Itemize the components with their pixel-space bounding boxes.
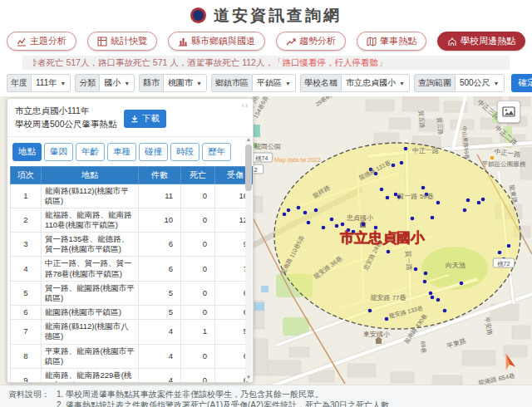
filter-select[interactable]: 500公尺▼ bbox=[455, 74, 505, 92]
accident-dot[interactable] bbox=[322, 226, 326, 230]
filter-select[interactable]: 平鎮區▼ bbox=[252, 74, 296, 92]
panel-tab[interactable]: 時段 bbox=[170, 143, 200, 161]
scroll-down-icon[interactable]: ▼ bbox=[245, 374, 252, 381]
map-label: 龍岡公園 bbox=[254, 143, 281, 150]
accident-dot[interactable] bbox=[335, 224, 339, 228]
panel-tab[interactable]: 肇因 bbox=[44, 143, 73, 161]
panel-tab[interactable]: 碰撞 bbox=[139, 143, 168, 161]
confirm-button[interactable]: 確定 bbox=[511, 74, 532, 92]
scroll-up-icon[interactable]: ▲ bbox=[245, 136, 252, 144]
accident-dot[interactable] bbox=[297, 206, 301, 210]
app-header: 道安資訊查詢網 bbox=[0, 0, 532, 26]
hotspot-row[interactable]: 8平東路、龍南路(桃園市平鎮區)406 bbox=[11, 344, 254, 368]
panel-scrollbar[interactable]: ▲ ▼ bbox=[245, 136, 252, 381]
map-label: 龍安路 77巷 bbox=[370, 294, 406, 302]
accident-dot[interactable] bbox=[443, 309, 447, 313]
nav-button-stats-table[interactable]: 統計快覽 bbox=[87, 32, 157, 51]
panel-resize-handle[interactable]: ‹› bbox=[242, 101, 249, 110]
note-line: 2. 肇事熱點統計表之件數係指警政署死亡(A1)及受傷(A2)案件統計，死亡為3… bbox=[57, 400, 397, 407]
compass-icon[interactable] bbox=[500, 351, 518, 376]
accident-dot[interactable] bbox=[283, 213, 287, 217]
accident-dot[interactable] bbox=[362, 223, 366, 227]
accident-dot[interactable] bbox=[429, 292, 433, 296]
accident-dot[interactable] bbox=[387, 250, 391, 254]
accident-dot[interactable] bbox=[330, 218, 334, 222]
accident-dot[interactable] bbox=[385, 317, 389, 321]
panel-tab[interactable]: 年齡 bbox=[76, 143, 105, 161]
school-hotspot-title: 市立忠貞國小 bbox=[339, 230, 426, 246]
nav-button-map[interactable]: 肇事熱點 bbox=[357, 32, 426, 51]
accident-dot[interactable] bbox=[431, 216, 435, 220]
nav-button-trend[interactable]: 趨勢分析 bbox=[276, 32, 346, 51]
accident-dot[interactable] bbox=[386, 196, 390, 200]
accident-dot[interactable] bbox=[481, 198, 485, 202]
accident-dot[interactable] bbox=[404, 147, 408, 151]
accident-dot[interactable] bbox=[307, 221, 311, 225]
hotspot-row[interactable]: 9龍南路、龍南路229巷(桃園市平鎮區)406 bbox=[11, 368, 254, 383]
panel-tab[interactable]: 車種 bbox=[107, 143, 136, 161]
accident-dot[interactable] bbox=[436, 298, 441, 302]
panel-tabs: 地點肇因年齡車種碰撞時段歷年 bbox=[7, 137, 253, 166]
npa-logo-icon bbox=[190, 7, 206, 23]
accident-dot[interactable] bbox=[460, 282, 464, 286]
hotspot-row[interactable]: 2龍福路、龍南路、龍南路110巷(桃園市平鎮區)10012 bbox=[11, 208, 254, 232]
table-header: 死亡 bbox=[181, 166, 215, 184]
accident-dot[interactable] bbox=[414, 267, 418, 272]
accident-dot[interactable] bbox=[463, 208, 467, 213]
marquee-slogan: 「路口慢看停，行人停看聽」 bbox=[273, 57, 387, 67]
data-notes-bar: 資料說明： 1. 學校周邊肇事熱點其事故案件並非僅該校學生，乃包含其餘一般民眾。… bbox=[0, 385, 532, 407]
accident-dot[interactable] bbox=[466, 199, 470, 203]
download-button[interactable]: 下載 bbox=[124, 110, 166, 128]
accident-dot[interactable] bbox=[507, 244, 511, 248]
accident-dot[interactable] bbox=[431, 296, 435, 300]
accident-dot[interactable] bbox=[287, 208, 291, 213]
filter-select[interactable]: 國小▼ bbox=[99, 74, 135, 92]
hotspot-row[interactable]: 5貿一路、龍園路(桃園市平鎮區)506 bbox=[11, 281, 254, 305]
map-label: 忠貞國小 bbox=[346, 214, 374, 222]
accident-dot[interactable] bbox=[421, 186, 426, 190]
table-header: 項次 bbox=[11, 166, 42, 184]
hotspot-row[interactable]: 6龍園路(桃園市平鎮區)506 bbox=[11, 306, 254, 320]
hotspot-row[interactable]: 3貿一路135巷、龍德路、貿一路(桃園市平鎮區)609 bbox=[11, 233, 254, 257]
accident-dot[interactable] bbox=[314, 208, 318, 213]
accident-dot[interactable] bbox=[303, 211, 308, 215]
filter-select[interactable]: 市立忠貞國小▼ bbox=[341, 74, 410, 92]
hotspot-table: 項次地點件數死亡受傷1龍南路(縣112)(桃園市平鎮區)110162龍福路、龍南… bbox=[10, 166, 254, 384]
accident-dot[interactable] bbox=[374, 226, 378, 230]
filter-select[interactable]: 桃園市▼ bbox=[163, 74, 207, 92]
chevron-down-icon: ▼ bbox=[60, 81, 66, 86]
accident-dot[interactable] bbox=[400, 161, 404, 165]
accident-dot[interactable] bbox=[477, 201, 481, 205]
panel-tab[interactable]: 地點 bbox=[12, 143, 42, 161]
table-header: 地點 bbox=[42, 166, 139, 184]
filter-select[interactable]: 111年▼ bbox=[31, 74, 71, 92]
accident-dot[interactable] bbox=[380, 188, 384, 192]
hotspot-row[interactable]: 4中正一路、貿一路、貿一路78巷(桃園市平鎮區)607 bbox=[11, 257, 254, 281]
accident-dot[interactable] bbox=[423, 280, 427, 284]
filter-bar: 年度111年▼分類國小▼縣市桃園市▼鄉鎮市區平鎮區▼學校名稱市立忠貞國小▼查詢範… bbox=[7, 74, 532, 92]
accident-dot[interactable] bbox=[498, 251, 502, 255]
accident-dot[interactable] bbox=[424, 272, 428, 276]
panel-tab[interactable]: 歷年 bbox=[202, 143, 231, 161]
nav-button-bar-chart[interactable]: 縣市鄉鎮與國道 bbox=[168, 32, 265, 51]
nav-button-chart-line[interactable]: 主題分析 bbox=[7, 32, 76, 51]
hotspot-row[interactable]: 7龍南路(縣112)(桃園市八德區)415 bbox=[11, 320, 254, 344]
filter-label: 學校名稱 bbox=[300, 74, 341, 92]
scrollbar-thumb[interactable] bbox=[245, 145, 252, 191]
map-label: 貿一路 59巷 bbox=[397, 193, 433, 200]
accident-dot[interactable] bbox=[436, 201, 441, 205]
map-label: 貿一路 bbox=[404, 251, 412, 271]
basemap-toggle-button[interactable] bbox=[497, 101, 520, 123]
accident-dot[interactable] bbox=[392, 164, 396, 168]
nav-button-school[interactable]: 學校周邊熱點 bbox=[437, 32, 525, 51]
notes-list: 1. 學校周邊肇事熱點其事故案件並非僅該校學生，乃包含其餘一般民眾。2. 肇事熱… bbox=[57, 389, 397, 407]
accident-dot[interactable] bbox=[411, 217, 415, 221]
app-title: 道安資訊查詢網 bbox=[214, 5, 342, 27]
image-icon bbox=[502, 106, 515, 118]
hotspot-row[interactable]: 1龍南路(縣112)(桃園市平鎮區)11016 bbox=[11, 184, 254, 208]
accident-dot[interactable] bbox=[368, 309, 372, 313]
chevron-down-icon: ▼ bbox=[285, 81, 291, 86]
main-area: 龍門街154巷6弄龍岡公園29巷6弄中正三路中正二路中正一路中正一路中山東路96… bbox=[0, 96, 532, 385]
chevron-down-icon: ▼ bbox=[399, 81, 405, 86]
accident-dot[interactable] bbox=[341, 223, 345, 227]
